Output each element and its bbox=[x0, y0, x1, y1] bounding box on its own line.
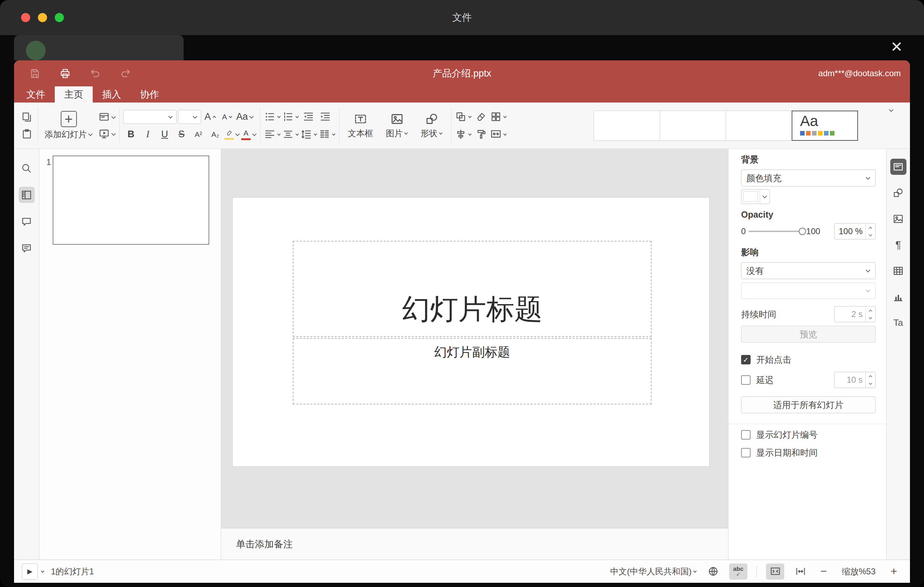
theme-gallery-expand-button[interactable] bbox=[883, 102, 898, 118]
print-button[interactable] bbox=[57, 65, 73, 81]
decrease-font-button[interactable]: A bbox=[219, 109, 235, 125]
undo-button[interactable] bbox=[87, 65, 103, 81]
background-fill-select[interactable]: 颜色填充 bbox=[741, 170, 876, 186]
effect-variant-select[interactable] bbox=[741, 283, 876, 299]
strikethrough-button[interactable]: S bbox=[174, 127, 189, 142]
close-icon[interactable]: ✕ bbox=[888, 38, 906, 56]
fit-slide-button[interactable] bbox=[766, 564, 784, 580]
copy-button[interactable] bbox=[19, 110, 35, 125]
change-case-button[interactable]: Aa bbox=[236, 109, 254, 125]
font-size-select[interactable] bbox=[178, 110, 201, 124]
delay-spinner[interactable]: 10 s bbox=[834, 372, 876, 388]
theme-tile[interactable] bbox=[660, 110, 726, 141]
underline-button[interactable]: U bbox=[157, 127, 172, 142]
slides-panel-button[interactable] bbox=[18, 187, 35, 203]
slide-title-placeholder[interactable]: 幻灯片标题 bbox=[293, 241, 652, 337]
spin-up-icon[interactable] bbox=[866, 224, 875, 231]
chevron-down-icon[interactable] bbox=[41, 569, 45, 572]
show-slide-number-checkbox[interactable] bbox=[741, 430, 751, 440]
language-select[interactable]: 中文(中华人民共和国) bbox=[610, 566, 697, 577]
macos-titlebar: 文件 bbox=[0, 0, 924, 35]
comments-button[interactable] bbox=[18, 213, 35, 229]
insert-textbox-button[interactable]: 文本框 bbox=[343, 112, 378, 139]
tab-home[interactable]: 主页 bbox=[55, 86, 93, 102]
align-shapes-button[interactable] bbox=[455, 127, 472, 142]
document-language-button[interactable] bbox=[706, 564, 720, 580]
language-value: 中文(中华人民共和国) bbox=[610, 566, 691, 577]
insert-image-button[interactable]: 图片 bbox=[381, 112, 413, 139]
opacity-spinner[interactable]: 100 % bbox=[834, 223, 876, 239]
tab-insert[interactable]: 插入 bbox=[93, 86, 130, 102]
paragraph-settings-button[interactable]: ¶ bbox=[890, 237, 906, 253]
tab-file[interactable]: 文件 bbox=[17, 86, 55, 102]
numbered-list-button[interactable] bbox=[282, 109, 299, 125]
opacity-slider-knob[interactable] bbox=[799, 228, 806, 235]
preview-button[interactable]: 预览 bbox=[741, 326, 876, 343]
textart-settings-button[interactable]: Ta bbox=[890, 315, 906, 331]
arrange-shapes-button[interactable] bbox=[455, 109, 472, 125]
redo-button[interactable] bbox=[117, 65, 134, 81]
slide[interactable]: 幻灯片标题 幻灯片副标题 bbox=[233, 198, 709, 466]
tab-collaboration[interactable]: 协作 bbox=[130, 86, 168, 102]
color-scheme-button[interactable] bbox=[490, 109, 507, 125]
font-name-select[interactable] bbox=[123, 110, 177, 124]
spellcheck-button[interactable]: abc ✓ bbox=[729, 564, 747, 580]
insert-shape-button[interactable]: 形状 bbox=[416, 112, 447, 139]
theme-tile[interactable] bbox=[726, 110, 792, 141]
font-color-button[interactable]: A bbox=[241, 127, 257, 142]
slide-subtitle-placeholder[interactable]: 幻灯片副标题 bbox=[293, 338, 652, 404]
slide-settings-button[interactable] bbox=[890, 159, 906, 175]
background-color-picker[interactable] bbox=[741, 189, 770, 204]
theme-tile[interactable] bbox=[594, 110, 660, 141]
slide-thumbnail[interactable] bbox=[53, 155, 209, 245]
opacity-slider[interactable] bbox=[749, 231, 804, 232]
spin-down-icon[interactable] bbox=[866, 314, 875, 322]
bold-button[interactable]: B bbox=[123, 127, 139, 142]
highlight-color-button[interactable] bbox=[224, 127, 240, 142]
start-slideshow-button[interactable]: ▶ bbox=[22, 564, 38, 580]
zoom-out-button[interactable]: − bbox=[817, 564, 831, 580]
paste-button[interactable] bbox=[19, 126, 35, 142]
save-button[interactable] bbox=[27, 65, 43, 81]
line-spacing-button[interactable] bbox=[300, 127, 317, 142]
spin-up-icon[interactable] bbox=[866, 372, 875, 380]
italic-button[interactable]: I bbox=[140, 127, 155, 142]
notes-area[interactable]: 单击添加备注 bbox=[221, 528, 728, 560]
increase-font-button[interactable]: A bbox=[203, 109, 218, 125]
copy-style-button[interactable] bbox=[473, 127, 489, 142]
subscript-button[interactable]: A₂ bbox=[208, 127, 223, 142]
spin-up-icon[interactable] bbox=[866, 307, 875, 314]
columns-button[interactable] bbox=[319, 127, 336, 142]
image-settings-button[interactable] bbox=[890, 211, 906, 227]
slide-size-button[interactable] bbox=[490, 127, 507, 142]
traffic-close-button[interactable] bbox=[21, 13, 30, 22]
increase-indent-button[interactable] bbox=[317, 109, 333, 125]
preview-slideshow-button[interactable] bbox=[98, 126, 116, 142]
zoom-in-button[interactable]: + bbox=[887, 564, 901, 580]
spin-down-icon[interactable] bbox=[866, 380, 875, 387]
traffic-minimize-button[interactable] bbox=[38, 13, 47, 22]
fit-width-button[interactable] bbox=[794, 564, 807, 580]
chat-button[interactable] bbox=[18, 240, 35, 256]
horizontal-align-button[interactable] bbox=[264, 127, 281, 142]
clear-style-button[interactable] bbox=[473, 109, 489, 125]
decrease-indent-button[interactable] bbox=[300, 109, 316, 125]
slide-layout-button[interactable] bbox=[98, 110, 116, 125]
search-button[interactable] bbox=[18, 160, 35, 176]
chart-settings-button[interactable] bbox=[890, 289, 906, 305]
superscript-button[interactable]: A² bbox=[191, 127, 206, 142]
duration-spinner[interactable]: 2 s bbox=[834, 306, 876, 322]
apply-all-button[interactable]: 适用于所有幻灯片 bbox=[741, 396, 876, 413]
vertical-align-button[interactable] bbox=[282, 127, 299, 142]
delay-checkbox[interactable] bbox=[741, 375, 751, 385]
shape-settings-button[interactable] bbox=[890, 185, 906, 201]
add-slide-button[interactable]: + 添加幻灯片 bbox=[42, 111, 96, 140]
start-on-click-checkbox[interactable]: ✓ bbox=[741, 355, 751, 364]
bullet-list-button[interactable] bbox=[264, 109, 281, 125]
table-settings-button[interactable] bbox=[890, 262, 906, 279]
traffic-zoom-button[interactable] bbox=[55, 13, 64, 22]
effect-select[interactable]: 没有 bbox=[741, 262, 876, 279]
spin-down-icon[interactable] bbox=[866, 231, 875, 239]
show-date-time-checkbox[interactable] bbox=[741, 448, 751, 457]
theme-tile-selected[interactable]: Aa bbox=[792, 110, 858, 141]
